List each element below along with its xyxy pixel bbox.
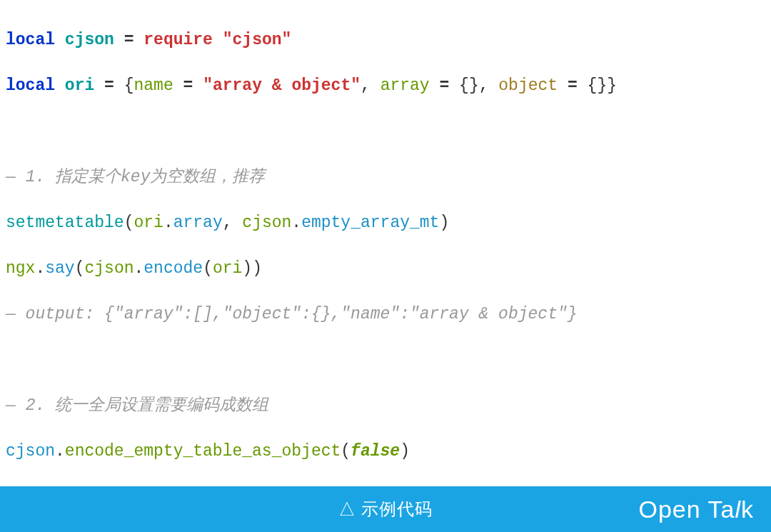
code-line: local cjson = require "cjson" — [6, 29, 765, 51]
code-line: ngx.say(cjson.encode(ori)) — [6, 257, 765, 280]
code-line: cjson.encode_empty_table_as_object(false… — [6, 440, 765, 463]
code-line: setmetatable(ori.array, cjson.empty_arra… — [6, 211, 765, 234]
footer-bar: △ 示例代码 Open Talk — [0, 486, 771, 532]
code-comment: — 2. 统一全局设置需要编码成数组 — [6, 394, 765, 417]
code-line: local ori = {name = "array & object", ar… — [6, 74, 765, 97]
code-editor[interactable]: local cjson = require "cjson" local ori … — [0, 0, 771, 532]
code-comment: — 1. 指定某个key为空数组，推荐 — [6, 166, 765, 189]
footer-brand: Open Talk — [639, 496, 754, 523]
footer-caption: △ 示例代码 — [338, 498, 433, 521]
blank-line — [6, 120, 765, 143]
blank-line — [6, 348, 765, 371]
code-comment: — output: {"array":[],"object":{},"name"… — [6, 303, 765, 326]
